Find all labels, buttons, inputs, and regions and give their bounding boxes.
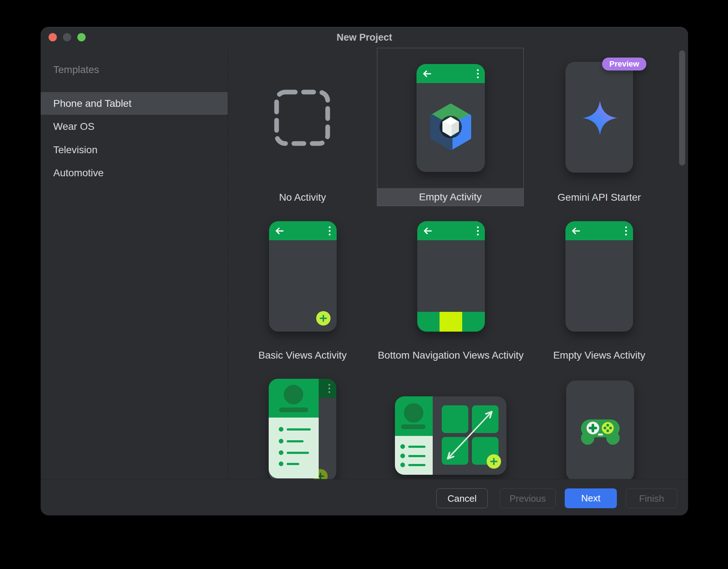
template-label: No Activity [279, 192, 326, 203]
template-label: Empty Activity [377, 188, 523, 206]
sidebar-item-wear-os[interactable]: Wear OS [41, 115, 228, 138]
phone-mockup [269, 221, 337, 332]
fab-plus-icon [487, 454, 501, 469]
tablet-mockup [395, 396, 506, 475]
templates-sidebar: Templates Phone and Tablet Wear OS Telev… [41, 47, 228, 479]
vertical-scrollbar[interactable] [679, 50, 685, 165]
cancel-button[interactable]: Cancel [436, 488, 488, 508]
phone-mockup [566, 381, 634, 479]
gamepad-icon [578, 417, 623, 449]
sidebar-item-phone-and-tablet[interactable]: Phone and Tablet [41, 92, 228, 115]
dialog-title: New Project [41, 27, 688, 47]
gemini-star-icon [582, 100, 618, 136]
dialog-footer: Cancel Previous Next Finish [41, 479, 688, 515]
kebab-menu-icon [328, 384, 330, 393]
template-grid: No Activity [228, 47, 688, 479]
template-card-empty-activity[interactable]: Empty Activity [377, 48, 524, 206]
template-label: Empty Views Activity [553, 350, 645, 361]
template-label: Bottom Navigation Views Activity [378, 350, 524, 361]
app-top-bar [417, 221, 485, 240]
app-top-bar [565, 221, 633, 240]
phone-mockup [269, 379, 336, 479]
next-button[interactable]: Next [565, 488, 617, 508]
sidebar-header: Templates [53, 64, 99, 76]
sidebar-item-automotive[interactable]: Automotive [41, 161, 228, 184]
kebab-menu-icon [477, 69, 479, 78]
preview-badge: Preview [602, 58, 646, 70]
app-top-bar [269, 221, 337, 240]
dashed-placeholder-icon [273, 89, 331, 147]
kebab-menu-icon [625, 226, 627, 235]
bottom-nav-icon [417, 312, 485, 332]
phone-mockup [565, 221, 633, 332]
back-arrow-icon [422, 226, 433, 236]
back-arrow-icon [422, 68, 432, 79]
kebab-menu-icon [329, 226, 331, 235]
title-bar: New Project [41, 27, 688, 47]
desktop-background: New Project Templates Phone and Tablet W… [0, 0, 728, 569]
back-arrow-icon [274, 226, 285, 236]
back-arrow-icon [570, 226, 581, 236]
previous-button[interactable]: Previous [500, 488, 556, 508]
new-project-dialog: New Project Templates Phone and Tablet W… [41, 27, 688, 515]
navigation-drawer-icon [269, 379, 319, 478]
template-label: Gemini API Starter [558, 192, 641, 203]
fab-plus-icon [316, 311, 331, 326]
phone-mockup [565, 62, 633, 173]
phone-mockup [417, 64, 485, 172]
phone-mockup [417, 221, 485, 332]
kebab-menu-icon [477, 226, 479, 235]
compose-cube-icon [424, 100, 478, 154]
finish-button[interactable]: Finish [626, 488, 677, 508]
app-top-bar [417, 64, 485, 83]
template-label: Basic Views Activity [258, 350, 346, 361]
sidebar-item-television[interactable]: Television [41, 138, 228, 161]
